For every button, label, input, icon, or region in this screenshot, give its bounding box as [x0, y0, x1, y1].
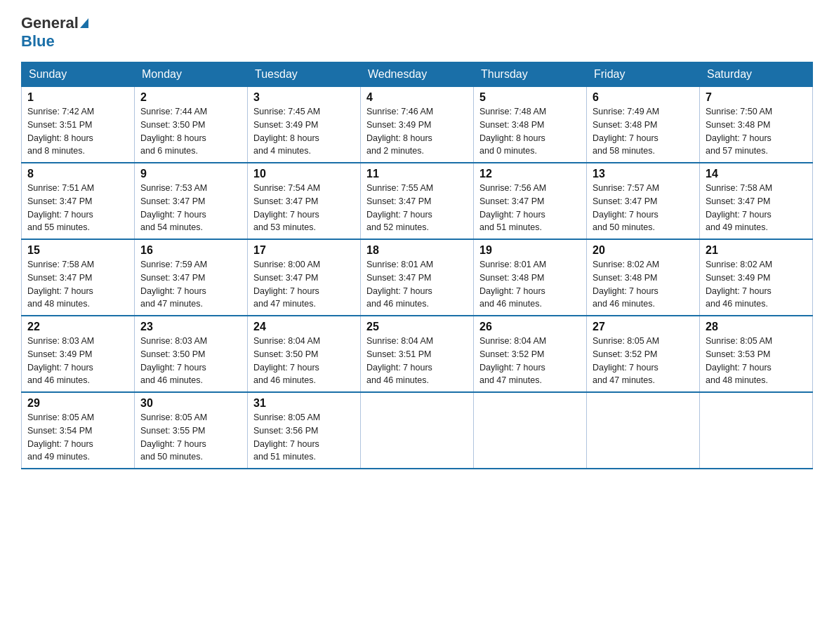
calendar-cell: 16Sunrise: 7:59 AMSunset: 3:47 PMDayligh… — [135, 239, 248, 316]
logo-general-text: General — [21, 14, 79, 32]
day-number: 14 — [706, 168, 807, 180]
day-info: Sunrise: 8:00 AMSunset: 3:47 PMDaylight:… — [253, 258, 355, 311]
day-info: Sunrise: 7:58 AMSunset: 3:47 PMDaylight:… — [706, 182, 807, 234]
day-number: 13 — [593, 168, 694, 180]
day-number: 4 — [366, 91, 468, 104]
logo: General Blue — [21, 14, 90, 51]
calendar-cell: 1Sunrise: 7:42 AMSunset: 3:51 PMDaylight… — [22, 87, 135, 163]
calendar-cell — [474, 392, 587, 469]
day-info: Sunrise: 7:51 AMSunset: 3:47 PMDaylight:… — [27, 182, 128, 234]
day-info: Sunrise: 8:04 AMSunset: 3:51 PMDaylight:… — [366, 335, 468, 387]
day-info: Sunrise: 8:05 AMSunset: 3:54 PMDaylight:… — [27, 411, 128, 464]
day-info: Sunrise: 7:59 AMSunset: 3:47 PMDaylight:… — [140, 258, 241, 311]
day-info: Sunrise: 8:03 AMSunset: 3:50 PMDaylight:… — [140, 335, 241, 387]
day-number: 15 — [27, 244, 128, 257]
day-info: Sunrise: 7:53 AMSunset: 3:47 PMDaylight:… — [140, 182, 241, 234]
calendar-cell: 11Sunrise: 7:55 AMSunset: 3:47 PMDayligh… — [361, 163, 474, 239]
week-row-5: 29Sunrise: 8:05 AMSunset: 3:54 PMDayligh… — [22, 392, 813, 469]
day-number: 11 — [366, 168, 468, 180]
calendar-cell: 27Sunrise: 8:05 AMSunset: 3:52 PMDayligh… — [587, 316, 700, 392]
day-number: 10 — [253, 168, 355, 180]
day-number: 2 — [140, 91, 241, 104]
calendar-cell — [587, 392, 700, 469]
day-number: 31 — [253, 397, 355, 410]
week-row-2: 8Sunrise: 7:51 AMSunset: 3:47 PMDaylight… — [22, 163, 813, 239]
weekday-header-thursday: Thursday — [474, 62, 587, 87]
day-info: Sunrise: 8:04 AMSunset: 3:50 PMDaylight:… — [253, 335, 355, 387]
day-number: 23 — [140, 321, 241, 333]
day-info: Sunrise: 7:57 AMSunset: 3:47 PMDaylight:… — [593, 182, 694, 234]
day-info: Sunrise: 8:05 AMSunset: 3:52 PMDaylight:… — [593, 335, 694, 387]
weekday-header-tuesday: Tuesday — [248, 62, 361, 87]
week-row-3: 15Sunrise: 7:58 AMSunset: 3:47 PMDayligh… — [22, 239, 813, 316]
calendar-cell: 21Sunrise: 8:02 AMSunset: 3:49 PMDayligh… — [700, 239, 813, 316]
day-info: Sunrise: 8:03 AMSunset: 3:49 PMDaylight:… — [27, 335, 128, 387]
day-info: Sunrise: 7:49 AMSunset: 3:48 PMDaylight:… — [593, 105, 694, 158]
calendar-cell: 22Sunrise: 8:03 AMSunset: 3:49 PMDayligh… — [22, 316, 135, 392]
calendar-cell: 7Sunrise: 7:50 AMSunset: 3:48 PMDaylight… — [700, 87, 813, 163]
calendar-cell: 5Sunrise: 7:48 AMSunset: 3:48 PMDaylight… — [474, 87, 587, 163]
calendar-cell: 12Sunrise: 7:56 AMSunset: 3:47 PMDayligh… — [474, 163, 587, 239]
day-info: Sunrise: 7:54 AMSunset: 3:47 PMDaylight:… — [253, 182, 355, 234]
day-info: Sunrise: 8:05 AMSunset: 3:53 PMDaylight:… — [706, 335, 807, 387]
day-number: 22 — [27, 321, 128, 333]
calendar-cell: 25Sunrise: 8:04 AMSunset: 3:51 PMDayligh… — [361, 316, 474, 392]
day-number: 7 — [706, 91, 807, 104]
calendar-cell: 31Sunrise: 8:05 AMSunset: 3:56 PMDayligh… — [248, 392, 361, 469]
calendar-cell: 8Sunrise: 7:51 AMSunset: 3:47 PMDaylight… — [22, 163, 135, 239]
calendar-cell: 4Sunrise: 7:46 AMSunset: 3:49 PMDaylight… — [361, 87, 474, 163]
day-info: Sunrise: 8:02 AMSunset: 3:48 PMDaylight:… — [593, 258, 694, 311]
day-info: Sunrise: 8:05 AMSunset: 3:56 PMDaylight:… — [253, 411, 355, 464]
day-number: 29 — [27, 397, 128, 410]
day-number: 16 — [140, 244, 241, 257]
day-info: Sunrise: 7:45 AMSunset: 3:49 PMDaylight:… — [253, 105, 355, 158]
logo-blue-text: Blue — [21, 32, 55, 50]
calendar-cell: 20Sunrise: 8:02 AMSunset: 3:48 PMDayligh… — [587, 239, 700, 316]
day-info: Sunrise: 8:01 AMSunset: 3:48 PMDaylight:… — [479, 258, 581, 311]
day-info: Sunrise: 7:42 AMSunset: 3:51 PMDaylight:… — [27, 105, 128, 158]
calendar-cell: 26Sunrise: 8:04 AMSunset: 3:52 PMDayligh… — [474, 316, 587, 392]
day-info: Sunrise: 8:04 AMSunset: 3:52 PMDaylight:… — [479, 335, 581, 387]
calendar-cell: 13Sunrise: 7:57 AMSunset: 3:47 PMDayligh… — [587, 163, 700, 239]
day-number: 9 — [140, 168, 241, 180]
day-info: Sunrise: 7:56 AMSunset: 3:47 PMDaylight:… — [479, 182, 581, 234]
page-header: General Blue — [21, 14, 813, 51]
calendar-cell: 23Sunrise: 8:03 AMSunset: 3:50 PMDayligh… — [135, 316, 248, 392]
weekday-header-saturday: Saturday — [700, 62, 813, 87]
day-info: Sunrise: 7:50 AMSunset: 3:48 PMDaylight:… — [706, 105, 807, 158]
calendar-cell: 19Sunrise: 8:01 AMSunset: 3:48 PMDayligh… — [474, 239, 587, 316]
week-row-1: 1Sunrise: 7:42 AMSunset: 3:51 PMDaylight… — [22, 87, 813, 163]
day-info: Sunrise: 7:58 AMSunset: 3:47 PMDaylight:… — [27, 258, 128, 311]
weekday-header-friday: Friday — [587, 62, 700, 87]
day-info: Sunrise: 8:05 AMSunset: 3:55 PMDaylight:… — [140, 411, 241, 464]
day-number: 26 — [479, 321, 581, 333]
day-info: Sunrise: 7:46 AMSunset: 3:49 PMDaylight:… — [366, 105, 468, 158]
week-row-4: 22Sunrise: 8:03 AMSunset: 3:49 PMDayligh… — [22, 316, 813, 392]
day-number: 30 — [140, 397, 241, 410]
calendar-cell: 24Sunrise: 8:04 AMSunset: 3:50 PMDayligh… — [248, 316, 361, 392]
weekday-header-wednesday: Wednesday — [361, 62, 474, 87]
calendar-cell: 30Sunrise: 8:05 AMSunset: 3:55 PMDayligh… — [135, 392, 248, 469]
calendar-cell: 18Sunrise: 8:01 AMSunset: 3:47 PMDayligh… — [361, 239, 474, 316]
calendar-cell — [700, 392, 813, 469]
day-number: 3 — [253, 91, 355, 104]
day-info: Sunrise: 8:01 AMSunset: 3:47 PMDaylight:… — [366, 258, 468, 311]
calendar-cell: 3Sunrise: 7:45 AMSunset: 3:49 PMDaylight… — [248, 87, 361, 163]
calendar-table: SundayMondayTuesdayWednesdayThursdayFrid… — [21, 62, 813, 469]
day-number: 5 — [479, 91, 581, 104]
calendar-cell: 14Sunrise: 7:58 AMSunset: 3:47 PMDayligh… — [700, 163, 813, 239]
weekday-header-monday: Monday — [135, 62, 248, 87]
calendar-cell: 10Sunrise: 7:54 AMSunset: 3:47 PMDayligh… — [248, 163, 361, 239]
calendar-cell: 6Sunrise: 7:49 AMSunset: 3:48 PMDaylight… — [587, 87, 700, 163]
day-number: 28 — [706, 321, 807, 333]
day-number: 25 — [366, 321, 468, 333]
day-number: 21 — [706, 244, 807, 257]
weekday-header-row: SundayMondayTuesdayWednesdayThursdayFrid… — [22, 62, 813, 87]
calendar-cell: 17Sunrise: 8:00 AMSunset: 3:47 PMDayligh… — [248, 239, 361, 316]
day-number: 20 — [593, 244, 694, 257]
day-info: Sunrise: 7:55 AMSunset: 3:47 PMDaylight:… — [366, 182, 468, 234]
day-info: Sunrise: 7:48 AMSunset: 3:48 PMDaylight:… — [479, 105, 581, 158]
day-number: 12 — [479, 168, 581, 180]
logo-triangle-icon — [80, 18, 88, 28]
calendar-cell: 9Sunrise: 7:53 AMSunset: 3:47 PMDaylight… — [135, 163, 248, 239]
